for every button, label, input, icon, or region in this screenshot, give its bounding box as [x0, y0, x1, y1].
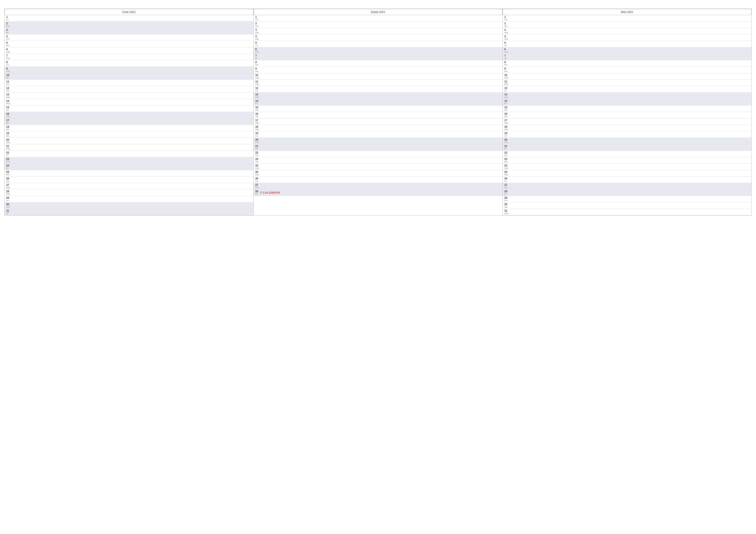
day-row: 10PZ [5, 73, 254, 80]
day-number: 28 [6, 190, 11, 193]
day-info: 27CTS [256, 184, 260, 189]
day-info: 24ÇRŞ [504, 164, 509, 169]
day-number: 31 [504, 209, 509, 212]
day-name: SAL [256, 161, 260, 163]
day-name: PZT [6, 129, 11, 131]
day-name: SAL [504, 115, 509, 118]
day-info: 22PZT [256, 151, 260, 157]
day-row: 25PZT [5, 170, 254, 177]
day-row: 11PRŞ [502, 80, 751, 86]
day-name: CTS [256, 96, 260, 98]
day-row: 24PZ [5, 164, 254, 170]
day-number: 7 [256, 54, 260, 57]
day-row: 15CU [5, 106, 254, 112]
day-info: 27CTS [504, 184, 509, 189]
day-row: 29CU [5, 196, 254, 202]
day-name: ÇRŞ [504, 77, 509, 79]
day-row: 17ÇRŞ [502, 118, 751, 125]
day-number: 16 [256, 113, 260, 115]
day-info: 24ÇRŞ [256, 164, 260, 169]
day-row: 9SAL [254, 67, 502, 73]
day-name: PRŞ [504, 174, 509, 176]
day-row: 16SAL [502, 112, 751, 118]
day-info: 28PRŞ [6, 190, 11, 195]
day-row: 31PZ [5, 209, 254, 215]
day-name: CTS [504, 51, 509, 53]
day-name: ÇRŞ [504, 32, 509, 34]
day-info: 2SAL [256, 22, 260, 27]
day-info: 6ÇRŞ [6, 48, 11, 53]
day-name: CTS [6, 70, 11, 73]
day-name: SAL [6, 135, 11, 137]
day-info: 23SAL [504, 158, 509, 163]
day-info: 29CU [6, 196, 11, 202]
day-name: ÇRŞ [6, 51, 11, 53]
month-col-2: Mart 20211PZT2SAL3ÇRŞ4PRŞ5CU6CTS7PZ8PZT9… [502, 9, 751, 215]
day-info: 11PRŞ [256, 80, 260, 86]
day-row: 15PZT [254, 106, 502, 112]
day-info: 3ÇRŞ [504, 28, 509, 34]
day-row: 14PZ [254, 99, 502, 106]
day-info: 9CTS [6, 67, 11, 73]
day-name: CU [6, 64, 11, 66]
day-info: 16SAL [256, 113, 260, 118]
day-number: 18 [256, 125, 260, 128]
day-number: 13 [6, 93, 11, 96]
day-info: 21PZ [256, 145, 260, 150]
day-row: 13CTS [254, 92, 502, 99]
day-name: ÇRŞ [6, 141, 11, 144]
day-info: 8PZT [504, 61, 509, 66]
day-row: 9SAL [502, 67, 751, 73]
day-number: 23 [256, 158, 260, 161]
day-row: 12SAL [5, 86, 254, 92]
day-info: 13CTS [256, 93, 260, 98]
day-name: SAL [256, 115, 260, 118]
day-row: 11PRŞ [254, 80, 502, 86]
day-info: 24PZ [6, 164, 11, 169]
day-number: 12 [504, 87, 509, 89]
day-number: 21 [6, 145, 11, 148]
day-row: 10ÇRŞ [502, 73, 751, 80]
day-name: PZT [504, 154, 509, 157]
day-name: PZT [6, 38, 11, 40]
day-name: ÇRŞ [256, 32, 260, 34]
day-name: PZ [256, 103, 260, 105]
day-info: 7PZ [504, 54, 509, 60]
day-info: 11PZT [6, 80, 11, 86]
day-name: ÇRŞ [256, 77, 260, 79]
day-info: 28PZ [504, 190, 509, 195]
day-info: 25PRŞ [256, 170, 260, 176]
day-name: PZT [256, 109, 260, 111]
day-number: 4 [6, 35, 11, 38]
day-name: PZ [6, 32, 11, 34]
day-number: 30 [6, 203, 11, 206]
day-name: PRŞ [504, 129, 509, 131]
day-number: 22 [504, 151, 509, 154]
day-info: 15PZT [504, 106, 509, 111]
day-name: SAL [256, 25, 260, 27]
day-name: SAL [6, 180, 11, 182]
day-name: PZT [504, 109, 509, 111]
day-number: 24 [6, 164, 11, 167]
day-row: 10ÇRŞ [254, 73, 502, 80]
day-number: 3 [504, 28, 509, 32]
day-info: 10PZ [6, 74, 11, 79]
day-name: ÇRŞ [6, 187, 11, 189]
day-number: 6 [6, 48, 11, 51]
day-row: 30CTS [5, 202, 254, 209]
day-name: PZT [504, 19, 509, 21]
day-number: 24 [504, 164, 509, 167]
day-row: 1PZT [254, 15, 502, 21]
day-info: 7PZ [256, 54, 260, 60]
day-number: 10 [6, 74, 11, 77]
day-row: 27CTS [254, 183, 502, 190]
month-header-0: Ocak 2021 [5, 9, 254, 15]
day-row: 19SAL [5, 131, 254, 138]
day-info: 30SAL [504, 203, 509, 208]
day-info: 17PZ [6, 119, 11, 124]
day-info: 14PRŞ [6, 99, 11, 105]
day-name: CU [256, 180, 260, 182]
day-row: 15PZT [502, 106, 751, 112]
day-info: 16CTS [6, 113, 11, 118]
day-number: 22 [6, 151, 11, 154]
